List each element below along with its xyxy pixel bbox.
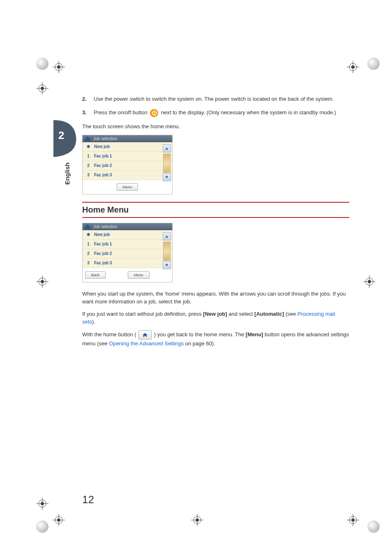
step-2: 2. Use the power switch to switch the sy… <box>82 95 349 103</box>
arrow-up-icon: ▲ <box>163 144 171 153</box>
step-text-after: next to the display. (Only necessary whe… <box>161 109 336 116</box>
ts-row: 1Fac job 1 <box>83 152 172 161</box>
language-tab: English <box>64 162 71 185</box>
chapter-number: 2 <box>58 129 64 142</box>
chapter-tab: 2 <box>53 120 78 153</box>
step-3: 3. Press the on/off button ⏻ next to the… <box>82 109 349 117</box>
ts-row: 2Fac job 2 <box>83 161 172 171</box>
svg-point-3 <box>57 65 60 69</box>
home-button-icon <box>138 330 152 340</box>
home-icon <box>84 136 91 142</box>
svg-point-23 <box>41 502 44 505</box>
svg-point-27 <box>57 518 60 522</box>
link-advanced-settings[interactable]: Opening the Advanced Settings <box>109 340 184 347</box>
registration-mark-icon <box>53 514 69 530</box>
power-icon: ⏻ <box>150 109 158 117</box>
svg-point-31 <box>351 518 355 522</box>
ts-row: ✱New job <box>83 142 172 152</box>
registration-mark-icon <box>347 514 363 530</box>
step-text-before: Press the on/off button <box>94 109 149 116</box>
step-number: 3. <box>82 109 94 117</box>
svg-point-19 <box>368 280 371 283</box>
section-heading: Home Menu <box>82 205 349 215</box>
touchscreen-figure-1: Job selection ✱New job 1Fac job 1 2Fac j… <box>82 135 173 194</box>
registration-mark-icon <box>36 497 53 514</box>
ts-row: 2Fac job 2 <box>83 249 172 259</box>
ts-row: ✱New job <box>83 230 172 240</box>
corner-dot <box>36 58 48 70</box>
paragraph: When you start up the system, the 'home'… <box>82 290 349 306</box>
ts-scrollbar: ▲ ▼ <box>163 144 171 173</box>
ts-title: Job selection <box>93 224 117 229</box>
registration-mark-icon <box>36 275 53 292</box>
scroll-thumb <box>163 242 171 261</box>
paragraph: If you just want to start without job de… <box>82 310 349 326</box>
divider <box>82 217 349 218</box>
scroll-thumb <box>163 154 171 173</box>
svg-point-7 <box>351 65 355 69</box>
ts-title: Job selection <box>93 136 117 141</box>
svg-point-35 <box>196 518 199 522</box>
ts-row: 3Fac job 3 <box>83 259 172 268</box>
svg-point-15 <box>41 280 44 283</box>
back-button: Back <box>85 271 106 279</box>
corner-dot <box>367 520 380 533</box>
registration-mark-icon <box>36 82 53 99</box>
touchscreen-figure-2: Job selection ✱New job 1Fac job 1 2Fac j… <box>82 223 173 282</box>
arrow-down-icon: ▼ <box>163 261 171 269</box>
arrow-down-icon: ▼ <box>163 173 171 181</box>
touch-intro: The touch screen shows the home menu. <box>82 123 349 131</box>
divider <box>82 202 349 203</box>
ts-row: 3Fac job 3 <box>83 171 172 180</box>
step-text: Use the power switch to switch the syste… <box>94 95 349 103</box>
home-icon <box>84 224 91 230</box>
menu-button: Menu <box>117 183 138 191</box>
step-number: 2. <box>82 95 94 103</box>
corner-dot <box>367 58 380 70</box>
step-text: Press the on/off button ⏻ next to the di… <box>94 109 349 117</box>
registration-mark-icon <box>363 275 380 292</box>
ts-header: Job selection <box>83 135 172 142</box>
registration-mark-icon <box>53 61 69 77</box>
registration-mark-icon <box>347 61 363 77</box>
paragraph: With the home button ( ) you get back to… <box>82 330 349 348</box>
ts-scrollbar: ▲ ▼ <box>163 232 171 261</box>
corner-dot <box>36 520 48 533</box>
ts-row: 1Fac job 1 <box>83 240 172 249</box>
arrow-up-icon: ▲ <box>163 232 171 240</box>
page-number: 12 <box>82 493 94 506</box>
menu-button: Menu <box>128 271 150 279</box>
ts-header: Job selection <box>83 223 172 230</box>
svg-point-11 <box>41 87 44 90</box>
registration-mark-icon <box>191 514 208 530</box>
